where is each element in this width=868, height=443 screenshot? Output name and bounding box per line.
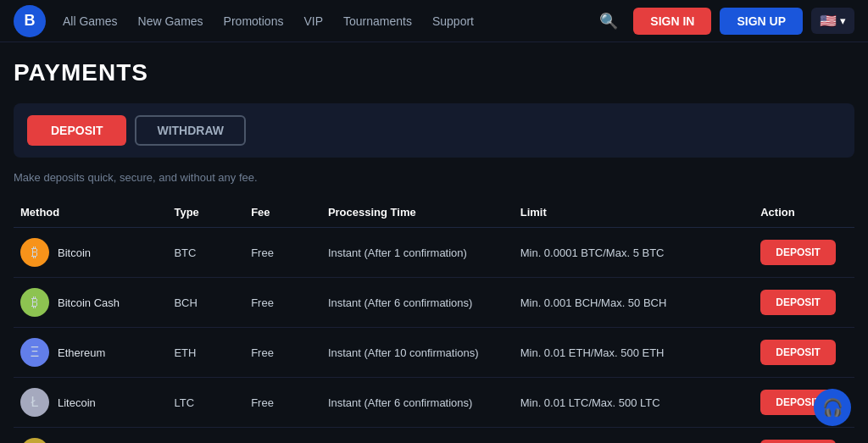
btc-icon: ₿: [20, 238, 49, 267]
doge-limit: Min. 1 DOGE/Max. 5000000 DOGE: [514, 428, 754, 444]
page-title: PAYMENTS: [14, 59, 854, 86]
eth-name: Ethereum: [58, 346, 105, 359]
table-row: ₿ Bitcoin BTC Free Instant (After 1 conf…: [14, 228, 854, 278]
tabs-container: DEPOSIT WITHDRAW: [14, 103, 854, 158]
btc-fee: Free: [244, 228, 321, 278]
search-button[interactable]: 🔍: [593, 8, 625, 34]
col-header-type: Type: [167, 199, 244, 228]
ltc-fee: Free: [244, 378, 321, 428]
method-cell-bch: ₿ Bitcoin Cash: [14, 278, 167, 328]
btc-deposit-button[interactable]: DEPOSIT: [760, 240, 836, 265]
nav-all-games[interactable]: All Games: [63, 14, 118, 28]
flag-icon: 🇺🇸: [820, 13, 837, 29]
doge-type: DOGE: [167, 428, 244, 444]
doge-icon: Ð: [20, 438, 49, 443]
search-icon: 🔍: [599, 13, 618, 30]
doge-action: DEPOSIT: [754, 428, 854, 444]
bch-fee: Free: [244, 278, 321, 328]
method-cell-doge: Ð Dogecoin: [14, 428, 167, 444]
table-row: Ł Litecoin LTC Free Instant (After 6 con…: [14, 378, 854, 428]
lang-arrow-icon: ▾: [840, 14, 846, 27]
bch-limit: Min. 0.001 BCH/Max. 50 BCH: [514, 278, 754, 328]
ltc-limit: Min. 0.01 LTC/Max. 500 LTC: [514, 378, 754, 428]
ltc-name: Litecoin: [58, 396, 96, 409]
eth-type: ETH: [167, 328, 244, 378]
nav-vip[interactable]: VIP: [303, 14, 323, 28]
eth-limit: Min. 0.01 ETH/Max. 500 ETH: [514, 328, 754, 378]
bch-action: DEPOSIT: [754, 278, 854, 328]
nav-tournaments[interactable]: Tournaments: [343, 14, 412, 28]
ltc-type: LTC: [167, 378, 244, 428]
signup-button[interactable]: SIGN UP: [720, 8, 803, 35]
nav-new-games[interactable]: New Games: [138, 14, 203, 28]
nav-links: All Games New Games Promotions VIP Tourn…: [63, 14, 593, 28]
btc-limit: Min. 0.0001 BTC/Max. 5 BTC: [514, 228, 754, 278]
col-header-processing: Processing Time: [321, 199, 514, 228]
col-header-limit: Limit: [514, 199, 754, 228]
signin-button[interactable]: SIGN IN: [633, 8, 711, 35]
headphones-icon: 🎧: [822, 397, 843, 418]
navbar: B All Games New Games Promotions VIP Tou…: [0, 0, 868, 42]
bch-processing: Instant (After 6 confirmations): [321, 278, 514, 328]
payments-table: Method Type Fee Processing Time Limit Ac…: [14, 199, 854, 443]
eth-processing: Instant (After 10 confirmations): [321, 328, 514, 378]
doge-processing: Instant (After 6 confirmations): [321, 428, 514, 444]
table-body: ₿ Bitcoin BTC Free Instant (After 1 conf…: [14, 228, 854, 444]
nav-promotions[interactable]: Promotions: [224, 14, 284, 28]
bch-type: BCH: [167, 278, 244, 328]
deposit-tab[interactable]: DEPOSIT: [27, 115, 126, 146]
page-subtitle: Make deposits quick, secure, and without…: [14, 171, 854, 184]
eth-icon: Ξ: [20, 338, 49, 367]
table-row: ₿ Bitcoin Cash BCH Free Instant (After 6…: [14, 278, 854, 328]
eth-deposit-button[interactable]: DEPOSIT: [760, 340, 836, 365]
doge-deposit-button[interactable]: DEPOSIT: [760, 440, 836, 443]
bch-icon: ₿: [20, 288, 49, 317]
language-selector[interactable]: 🇺🇸 ▾: [811, 8, 854, 34]
method-cell-ltc: Ł Litecoin: [14, 378, 167, 428]
table-header: Method Type Fee Processing Time Limit Ac…: [14, 199, 854, 228]
btc-name: Bitcoin: [58, 246, 91, 259]
col-header-method: Method: [14, 199, 167, 228]
col-header-fee: Fee: [244, 199, 321, 228]
table-row: Ð Dogecoin DOGE Free Instant (After 6 co…: [14, 428, 854, 444]
col-header-action: Action: [754, 199, 854, 228]
main-content: PAYMENTS DEPOSIT WITHDRAW Make deposits …: [0, 42, 868, 443]
ltc-processing: Instant (After 6 confirmations): [321, 378, 514, 428]
withdraw-tab[interactable]: WITHDRAW: [135, 115, 246, 146]
doge-fee: Free: [244, 428, 321, 444]
eth-action: DEPOSIT: [754, 328, 854, 378]
method-cell-eth: Ξ Ethereum: [14, 328, 167, 378]
method-cell-btc: ₿ Bitcoin: [14, 228, 167, 278]
btc-action: DEPOSIT: [754, 228, 854, 278]
bch-name: Bitcoin Cash: [58, 296, 120, 309]
bch-deposit-button[interactable]: DEPOSIT: [760, 290, 836, 315]
nav-actions: 🔍 SIGN IN SIGN UP 🇺🇸 ▾: [593, 8, 854, 35]
support-bubble[interactable]: 🎧: [814, 389, 851, 426]
btc-type: BTC: [167, 228, 244, 278]
nav-support[interactable]: Support: [432, 14, 474, 28]
site-logo[interactable]: B: [14, 5, 46, 37]
ltc-icon: Ł: [20, 388, 49, 417]
btc-processing: Instant (After 1 confirmation): [321, 228, 514, 278]
eth-fee: Free: [244, 328, 321, 378]
table-row: Ξ Ethereum ETH Free Instant (After 10 co…: [14, 328, 854, 378]
